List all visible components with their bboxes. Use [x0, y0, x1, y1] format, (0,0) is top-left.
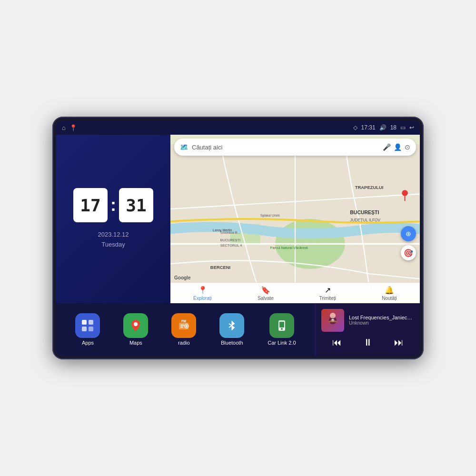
map-search-bar[interactable]: 🗺️ Căutați aici 🎤 👤 ⊙	[174, 139, 416, 156]
svg-rect-32	[279, 322, 284, 327]
news-icon: 🔔	[385, 286, 394, 295]
send-label: Trimiteți	[319, 296, 336, 301]
device-screen: ⌂ 📍 ◇ 17:31 🔊 18 ▭ ↩ 17 :	[56, 120, 420, 356]
app-icon-bluetooth[interactable]: Bluetooth	[219, 313, 244, 346]
app-icon-apps[interactable]: Apps	[75, 313, 100, 346]
map-svg: TRAPEZULUI BUCUREȘTI JUDEȚUL ILFOV BERCE…	[170, 135, 420, 303]
status-right-info: ◇ 17:31 🔊 18 ▭ ↩	[353, 124, 414, 131]
app-icon-radio[interactable]: FM radio	[171, 313, 196, 346]
svg-text:Leroy Merlin: Leroy Merlin	[213, 228, 232, 232]
clock-date: 2023.12.12 Tuesday	[98, 230, 129, 250]
google-logo: Google	[174, 275, 190, 280]
svg-text:JUDEȚUL ILFOV: JUDEȚUL ILFOV	[350, 218, 380, 222]
maps-logo-icon: 🗺️	[180, 143, 188, 151]
svg-text:BUCUREȘTI: BUCUREȘTI	[220, 238, 240, 242]
map-search-actions: 🎤 👤 ⊙	[383, 143, 410, 151]
maps-label: Maps	[129, 340, 142, 346]
play-pause-button[interactable]: ⏸	[359, 335, 377, 350]
saved-label: Salvate	[258, 296, 273, 301]
svg-rect-27	[180, 327, 183, 327]
album-art	[321, 309, 344, 332]
volume-icon: 🔊	[379, 124, 387, 131]
music-details: Lost Frequencies_Janieck Devy-... Unknow…	[349, 315, 414, 326]
map-nav-send[interactable]: ↗ Trimiteți	[319, 286, 336, 301]
svg-point-37	[330, 313, 336, 318]
map-search-text[interactable]: Căutați aici	[192, 144, 379, 151]
svg-text:TRAPEZULUI: TRAPEZULUI	[355, 185, 384, 190]
clock-hour: 17	[73, 188, 108, 222]
music-info: Lost Frequencies_Janieck Devy-... Unknow…	[321, 309, 414, 332]
carlink-icon	[269, 313, 294, 338]
bluetooth-label: Bluetooth	[221, 340, 243, 346]
status-time: 17:31	[361, 124, 376, 131]
explore-icon: 📍	[198, 286, 208, 295]
svg-point-22	[134, 322, 138, 326]
main-content: 17 : 31 2023.12.12 Tuesday	[56, 135, 420, 356]
apps-panel: Apps Maps	[56, 303, 315, 356]
profile-icon[interactable]: 👤	[394, 143, 402, 151]
clock-display: 17 : 31	[73, 188, 153, 222]
music-panel: Lost Frequencies_Janieck Devy-... Unknow…	[315, 303, 420, 356]
radio-icon: FM	[171, 313, 196, 338]
svg-point-25	[186, 325, 188, 327]
saved-icon: 🔖	[261, 286, 270, 295]
svg-rect-26	[180, 325, 184, 326]
music-artist: Unknown	[349, 320, 414, 326]
apps-label: Apps	[82, 340, 94, 346]
svg-line-30	[229, 324, 232, 326]
svg-point-16	[402, 190, 408, 196]
map-nav-explore[interactable]: 📍 Explorați	[193, 286, 212, 301]
bluetooth-icon	[219, 313, 244, 338]
apps-icon	[75, 313, 100, 338]
map-nav-bar: 📍 Explorați 🔖 Salvate ↗ Trimiteți 🔔	[170, 282, 420, 303]
map-nav-news[interactable]: 🔔 Noutăți	[382, 286, 397, 301]
carlink-label: Car Link 2.0	[268, 340, 296, 346]
svg-rect-20	[82, 327, 87, 331]
send-icon: ↗	[325, 286, 331, 295]
back-button[interactable]: ↩	[409, 124, 414, 131]
svg-text:FM: FM	[181, 319, 186, 323]
maps-app-icon	[123, 313, 148, 338]
clock-minute: 31	[119, 188, 153, 222]
clock-separator: :	[110, 197, 116, 214]
layers-icon[interactable]: ⊙	[405, 143, 410, 151]
prev-button[interactable]: ⏮	[328, 335, 346, 350]
signal-icon: ◇	[353, 124, 357, 131]
svg-point-33	[281, 328, 283, 330]
volume-level: 18	[390, 124, 397, 131]
svg-text:Splaiul Unirii: Splaiul Unirii	[260, 213, 280, 218]
svg-text:BERCENI: BERCENI	[210, 265, 230, 270]
voice-search-icon[interactable]: 🎤	[383, 143, 391, 151]
map-location-button[interactable]: 🎯	[401, 245, 416, 260]
news-label: Noutăți	[382, 296, 397, 301]
status-bar: ⌂ 📍 ◇ 17:31 🔊 18 ▭ ↩	[56, 120, 420, 135]
music-controls: ⏮ ⏸ ⏭	[321, 335, 414, 350]
map-panel: TRAPEZULUI BUCUREȘTI JUDEȚUL ILFOV BERCE…	[170, 135, 420, 303]
radio-label: radio	[178, 340, 189, 346]
map-nav-saved[interactable]: 🔖 Salvate	[258, 286, 273, 301]
svg-text:Parcul Natural Văcărești: Parcul Natural Văcărești	[270, 246, 308, 250]
next-button[interactable]: ⏭	[390, 335, 407, 350]
app-icon-maps[interactable]: Maps	[123, 313, 148, 346]
top-section: 17 : 31 2023.12.12 Tuesday	[56, 135, 420, 303]
svg-rect-18	[82, 320, 87, 325]
device-body: ⌂ 📍 ◇ 17:31 🔊 18 ▭ ↩ 17 :	[52, 117, 424, 359]
explore-label: Explorați	[193, 296, 212, 301]
bottom-section: Apps Maps	[56, 303, 420, 356]
maps-icon[interactable]: 📍	[69, 124, 77, 131]
music-title: Lost Frequencies_Janieck Devy-...	[349, 315, 414, 320]
svg-rect-19	[89, 320, 93, 325]
svg-rect-21	[89, 327, 93, 331]
map-compass-button[interactable]: ⊕	[401, 226, 416, 241]
battery-icon: ▭	[400, 124, 406, 131]
clock-panel: 17 : 31 2023.12.12 Tuesday	[56, 135, 170, 303]
svg-text:SECTORUL 4: SECTORUL 4	[220, 243, 242, 248]
svg-text:BUCUREȘTI: BUCUREȘTI	[350, 210, 379, 215]
status-left-icons: ⌂ 📍	[62, 124, 77, 131]
home-icon[interactable]: ⌂	[62, 124, 66, 131]
app-icon-carlink[interactable]: Car Link 2.0	[268, 313, 296, 346]
